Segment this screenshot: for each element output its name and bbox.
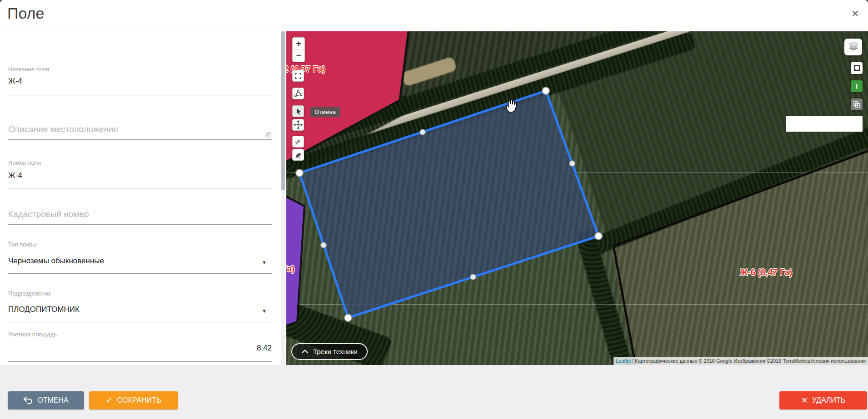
number-input[interactable]: Ж-4 [8,171,22,180]
leaflet-map[interactable]: 2 (4,97 Га) Га) Ж-6 (8,47 Га) + − ✂ Отме… [286,31,868,365]
delete-label: УДАЛИТЬ [812,396,846,404]
delete-button[interactable]: ✕ УДАЛИТЬ [779,391,867,409]
zoom-in-button[interactable]: + [293,38,304,49]
cursor-icon [294,107,302,115]
cadastre-input[interactable]: Кадастровый номер [8,209,89,219]
midpoint-handle[interactable] [420,129,425,135]
chevron-down-icon[interactable]: ▼ [262,308,267,314]
attribution-credits: Картографические данные © 2016 Google Из… [635,358,810,364]
cancel-button[interactable]: ОТМЕНА [8,391,84,409]
field-polygon-purple[interactable] [286,195,304,326]
fullscreen-icon [294,72,302,80]
division-select[interactable]: ПЛОДОПИТОМНИК [8,305,80,314]
machine-tracks-label: Треки техники [313,348,358,355]
cut-button[interactable]: ✂ [292,136,304,148]
undo-icon [23,396,33,405]
footer-bar: ОТМЕНА ✓ СОХРАНИТЬ ✕ УДАЛИТЬ [0,365,868,419]
soil-label: Тип почвы [8,241,36,248]
zoom-control: + − [292,37,305,62]
soil-select[interactable]: Черноземы обыкновенные [8,256,104,266]
name-input[interactable]: Ж-4 [8,77,22,86]
attribution-separator: | [632,358,634,364]
midpoint-handle[interactable] [470,274,476,280]
vertex-handle[interactable] [542,87,549,94]
map-attribution: Leaflet | Картографические данные © 2016… [614,357,868,365]
eraser-icon [294,151,302,159]
division-label: Подразделение [8,290,51,297]
chevron-up-icon [301,349,309,354]
machine-tracks-button[interactable]: Треки техники [291,343,368,360]
vertex-handle[interactable] [595,232,602,240]
field-label-z6: Ж-6 (8,47 Га) [740,267,792,277]
scissors-icon: ✂ [293,136,303,147]
name-label: Название поля [8,66,49,73]
vertex-handle[interactable] [344,314,352,321]
terms-link[interactable]: Условия использования [810,358,866,364]
polygon-icon [294,89,303,98]
area-label: Учетная площадь [8,331,57,338]
overlap-polygons-button[interactable] [851,99,863,110]
draw-polygon-button[interactable] [292,88,304,99]
field-dialog: Поле ✕ Название поля Ж-4 Описание местоп… [0,0,868,419]
hand-cursor-icon [504,98,519,114]
field-form: Название поля Ж-4 Описание местоположени… [0,31,281,365]
layers-icon [847,41,860,54]
erase-button[interactable] [292,149,304,161]
move-button[interactable] [292,119,304,131]
x-icon: ✕ [801,396,808,404]
chevron-down-icon[interactable]: ▼ [262,260,267,265]
number-label: Номер поля [8,159,41,166]
midpoint-handle[interactable] [321,242,326,248]
scrollbar-thumb[interactable] [281,31,285,190]
form-scrollbar[interactable] [281,31,285,365]
move-icon [294,120,303,129]
save-label: СОХРАНИТЬ [117,396,161,404]
zoom-out-button[interactable]: − [293,50,304,62]
location-textarea[interactable]: Описание местоположения [8,124,118,134]
page-title: Поле [7,5,44,22]
tooltip: Отмена [310,107,340,117]
measure-button[interactable] [851,62,863,74]
info-button[interactable]: i [851,80,863,92]
empty-label-box [786,116,863,132]
map-vector-overlay [286,31,868,365]
ruler-icon [853,64,861,72]
edit-cancel-button[interactable] [292,105,304,117]
layers-button[interactable] [844,39,862,55]
vertex-handle[interactable] [296,169,303,177]
close-icon[interactable]: ✕ [848,6,863,21]
info-icon: i [856,83,858,90]
midpoint-handle[interactable] [569,161,575,166]
overlap-icon [853,100,861,108]
field-label-partial: Га) [286,264,294,274]
save-button[interactable]: ✓ СОХРАНИТЬ [89,391,178,409]
textarea-resize-handle[interactable] [265,132,271,138]
area-input[interactable]: 8,42 [257,344,272,353]
check-icon: ✓ [106,396,113,404]
field-polygon-z6-outline[interactable] [614,149,868,365]
cancel-label: ОТМЕНА [37,396,68,404]
fullscreen-button[interactable] [292,70,304,82]
leaflet-link[interactable]: Leaflet [616,358,631,364]
